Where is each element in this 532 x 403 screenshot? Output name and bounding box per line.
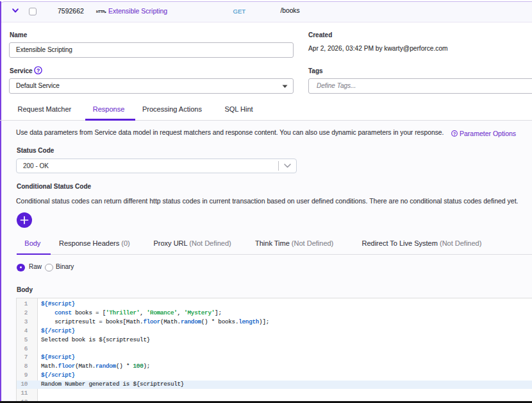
svg-text:?: ? (453, 132, 455, 136)
svg-text:?: ? (36, 67, 39, 73)
